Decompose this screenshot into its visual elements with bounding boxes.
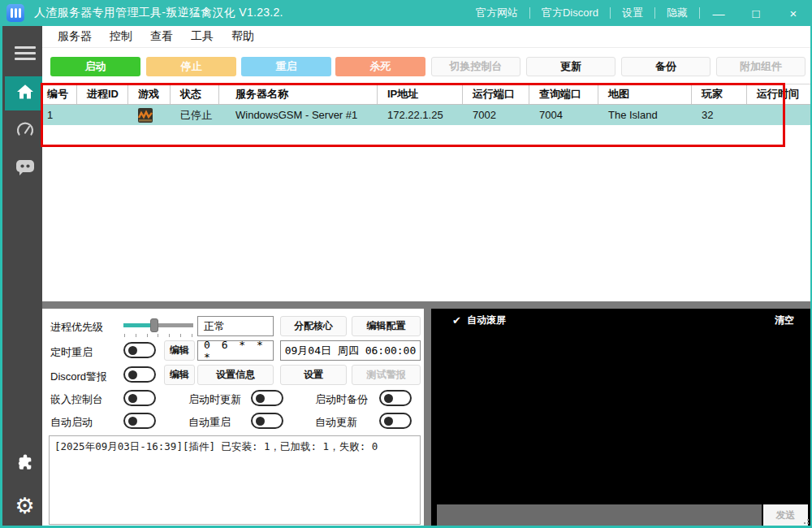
menu-server[interactable]: 服务器 (49, 29, 101, 44)
col-game: 游戏 (128, 84, 171, 104)
addons-button[interactable]: 附加组件 (716, 57, 806, 76)
menu-control[interactable]: 控制 (101, 29, 141, 44)
set-info-button[interactable]: 设置信息 (197, 365, 274, 385)
toggle-console-button[interactable]: 切换控制台 (431, 57, 520, 76)
auto-scroll-label: 自动滚屏 (467, 314, 506, 327)
col-port: 运行端口 (463, 84, 529, 104)
embed-console-toggle[interactable] (123, 390, 156, 406)
row-pid (77, 105, 128, 125)
maximize-button[interactable]: □ (737, 0, 775, 26)
hamburger-menu-button[interactable] (5, 34, 45, 71)
row-map: The Island (598, 105, 692, 125)
stop-button[interactable]: 停止 (146, 57, 236, 76)
priority-value-field[interactable]: 正常 (197, 316, 274, 336)
close-button[interactable]: × (775, 0, 812, 26)
restart-button[interactable]: 重启 (241, 57, 331, 76)
update-on-start-label: 启动时更新 (188, 392, 241, 407)
kill-button[interactable]: 杀死 (335, 57, 425, 76)
discord-alert-toggle[interactable] (123, 366, 156, 383)
slider-thumb[interactable] (150, 318, 158, 332)
update-on-start-toggle[interactable] (251, 390, 283, 406)
auto-scroll-checkbox[interactable]: ✔ 自动滚屏 (452, 314, 506, 327)
official-website-link[interactable]: 官方网站 (464, 0, 529, 26)
edit-config-button[interactable]: 编辑配置 (352, 316, 421, 336)
puzzle-icon (16, 454, 34, 475)
next-restart-field[interactable]: 09月04日 周四 06:00:00 (280, 340, 421, 361)
titlebar-right: 官方网站 官方Discord 设置 隐藏 — □ × (464, 0, 812, 26)
col-players: 玩家 (692, 84, 747, 104)
scum-game-icon (138, 108, 153, 123)
col-pid: 进程ID (77, 84, 128, 104)
row-id: 1 (42, 105, 77, 125)
row-ip: 172.22.1.25 (378, 105, 463, 125)
backup-on-start-label: 启动时备份 (315, 392, 368, 407)
slider-track (123, 323, 193, 327)
sidebar-item-home[interactable] (5, 76, 45, 110)
scheduled-restart-toggle[interactable] (123, 342, 156, 358)
auto-update-toggle[interactable] (379, 413, 412, 429)
embed-console-label: 嵌入控制台 (50, 392, 103, 407)
console-panel: ✔ 自动滚屏 清空 发送 (431, 309, 810, 526)
minimize-button[interactable]: — (700, 0, 737, 26)
official-discord-link[interactable]: 官方Discord (530, 0, 610, 26)
menubar: 服务器 控制 查看 工具 帮助 (42, 26, 812, 48)
row-status: 已停止 (171, 105, 219, 125)
auto-start-toggle[interactable] (123, 413, 156, 429)
window-title: 人渣服务器专用管理工具-叛逆猛禽汉化 V1.23.2. (34, 6, 283, 20)
discord-icon (15, 158, 36, 180)
sidebar-item-plugins[interactable] (5, 448, 45, 481)
sidebar-item-discord[interactable] (5, 153, 45, 185)
table-header-row: 编号 进程ID 游戏 状态 服务器名称 IP地址 运行端口 查询端口 地图 玩家… (42, 84, 812, 105)
row-uptime (747, 105, 812, 125)
priority-slider[interactable] (123, 318, 193, 336)
start-button[interactable]: 启动 (50, 57, 140, 76)
col-status: 状态 (171, 84, 219, 104)
app-window: 人渣服务器专用管理工具-叛逆猛禽汉化 V1.23.2. 官方网站 官方Disco… (0, 0, 812, 528)
backup-button[interactable]: 备份 (621, 57, 710, 76)
server-table: 编号 进程ID 游戏 状态 服务器名称 IP地址 运行端口 查询端口 地图 玩家… (42, 84, 812, 125)
auto-restart-toggle[interactable] (251, 413, 283, 429)
scheduled-restart-label: 定时重启 (50, 345, 93, 360)
gauge-icon (15, 120, 35, 143)
console-topbar: ✔ 自动滚屏 清空 (431, 309, 810, 331)
row-port: 7002 (463, 105, 529, 125)
console-input[interactable] (437, 504, 762, 526)
menu-tools[interactable]: 工具 (182, 29, 222, 44)
sidebar: ⚙ (0, 26, 42, 528)
titlebar: 人渣服务器专用管理工具-叛逆猛禽汉化 V1.23.2. 官方网站 官方Disco… (0, 0, 812, 26)
home-icon (15, 82, 35, 105)
allocate-cores-button[interactable]: 分配核心 (280, 316, 347, 336)
priority-label: 进程优先级 (50, 320, 103, 335)
toolbar: 启动 停止 重启 杀死 切换控制台 更新 备份 附加组件 (42, 48, 812, 84)
sidebar-item-settings[interactable]: ⚙ (5, 487, 45, 523)
gear-icon: ⚙ (15, 495, 34, 517)
auto-restart-label: 自动重启 (188, 415, 231, 430)
horizontal-splitter[interactable] (42, 301, 812, 309)
backup-on-start-toggle[interactable] (379, 390, 412, 406)
menu-view[interactable]: 查看 (141, 29, 182, 44)
col-id: 编号 (42, 84, 77, 104)
menu-help[interactable]: 帮助 (222, 29, 263, 44)
edit-discord-button[interactable]: 编辑 (164, 365, 195, 385)
settings-link[interactable]: 设置 (611, 0, 654, 26)
row-server-name: WindowsGSM - Server #1 (219, 105, 378, 125)
table-row[interactable]: 1 已停止 WindowsGSM - Server #1 172.22.1.25… (42, 105, 812, 125)
discord-settings-button[interactable]: 设置 (280, 365, 347, 385)
plugin-log-box[interactable]: [2025年09月03日-16:39][插件] 已安装: 1，已加载: 1，失败… (49, 435, 421, 525)
settings-panel: 进程优先级 正常 分配核心 编辑配置 定时重启 编辑 0 6 * * * 09月… (42, 309, 424, 526)
clear-console-button[interactable]: 清空 (775, 314, 794, 327)
hide-link[interactable]: 隐藏 (655, 0, 699, 26)
col-server-name: 服务器名称 (219, 84, 378, 104)
auto-start-label: 自动启动 (50, 415, 93, 430)
edit-cron-button[interactable]: 编辑 (164, 340, 195, 361)
update-button[interactable]: 更新 (526, 57, 615, 76)
sidebar-item-dashboard[interactable] (5, 115, 45, 148)
col-map: 地图 (598, 84, 692, 104)
cron-field[interactable]: 0 6 * * * (197, 340, 274, 361)
slider-ticks (124, 334, 192, 337)
col-uptime: 运行时间 (747, 84, 812, 104)
app-logo-icon (6, 4, 24, 22)
resize-grip[interactable] (801, 516, 809, 524)
vertical-splitter[interactable] (424, 309, 431, 526)
test-alert-button[interactable]: 测试警报 (352, 365, 421, 385)
